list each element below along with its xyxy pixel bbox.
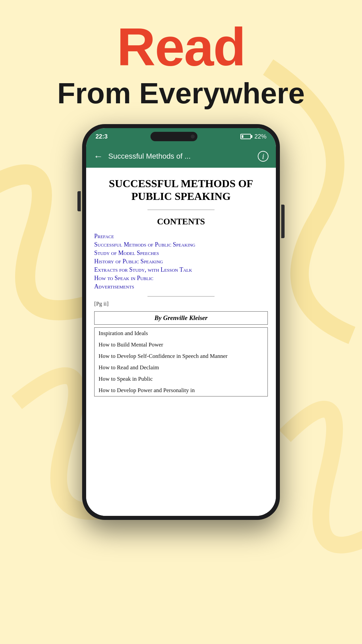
book-item: How to Read and Declaim <box>95 362 268 373</box>
book-item: How to Speak in Public <box>95 373 268 385</box>
status-notch <box>150 132 197 141</box>
toc-ads-link[interactable]: Advertisements <box>94 283 134 290</box>
header-title: Successful Methods of ... <box>108 152 252 161</box>
table-row: How to Read and Declaim <box>95 362 268 373</box>
page-reference: [Pg ii] <box>94 301 268 307</box>
toc-speak-link[interactable]: How to Speak in Public <box>94 275 153 281</box>
list-item: History of Public Speaking <box>94 258 268 265</box>
back-button[interactable]: ← <box>94 151 103 162</box>
book-item: Inspiration and Ideals <box>95 327 268 339</box>
list-item: Advertisements <box>94 283 268 290</box>
author-label: By Grenville Kleiser <box>95 311 268 324</box>
phone-body: 22:3 22% ← Successful Methods of ... <box>82 124 280 520</box>
book-item: How to Develop Power and Personality in <box>95 385 268 396</box>
book-item: How to Develop Self-Confidence in Speech… <box>95 351 268 362</box>
books-table: Inspiration and Ideals How to Build Ment… <box>94 327 268 396</box>
list-item: Successful Methods of Public Speaking <box>94 241 268 248</box>
title-divider <box>147 210 215 210</box>
toc-divider <box>147 296 215 297</box>
status-right: 22% <box>240 133 266 140</box>
table-row: Inspiration and Ideals <box>95 327 268 339</box>
phone-mockup: 22:3 22% ← Successful Methods of ... <box>82 124 280 520</box>
toc-preface-link[interactable]: Preface <box>94 233 114 239</box>
battery-fill <box>242 135 243 138</box>
list-item: How to Speak in Public <box>94 275 268 282</box>
status-time: 22:3 <box>96 133 108 140</box>
hero-section: Read From Everywhere <box>0 0 362 110</box>
toc-extracts-link[interactable]: Extracts for Study, with Lesson Talk <box>94 266 192 273</box>
hero-read-text: Read <box>0 20 362 74</box>
list-item: Preface <box>94 233 268 240</box>
table-row: How to Build Mental Power <box>95 339 268 351</box>
toc-history-link[interactable]: History of Public Speaking <box>94 258 163 265</box>
toc-study-link[interactable]: Study of Model Speeches <box>94 250 159 256</box>
author-table: By Grenville Kleiser <box>94 311 268 325</box>
table-row: How to Speak in Public <box>95 373 268 385</box>
front-camera <box>191 135 195 139</box>
contents-heading: CONTENTS <box>94 217 268 227</box>
battery-body <box>240 134 251 139</box>
battery-percent: 22% <box>254 133 266 140</box>
book-item: How to Build Mental Power <box>95 339 268 351</box>
list-item: Study of Model Speeches <box>94 250 268 257</box>
table-row: How to Develop Power and Personality in <box>95 385 268 396</box>
hero-subtitle-text: From Everywhere <box>0 77 362 110</box>
phone-screen: 22:3 22% ← Successful Methods of ... <box>86 128 276 516</box>
toc-methods-link[interactable]: Successful Methods of Public Speaking <box>94 241 195 248</box>
book-title: SUCCESSFUL METHODS OF PUBLIC SPEAKING <box>94 177 268 203</box>
info-button[interactable]: i <box>258 151 268 162</box>
status-bar: 22:3 22% <box>86 128 276 145</box>
table-row: How to Develop Self-Confidence in Speech… <box>95 351 268 362</box>
list-item: Extracts for Study, with Lesson Talk <box>94 266 268 273</box>
battery-icon <box>240 134 251 139</box>
app-header: ← Successful Methods of ... i <box>86 145 276 168</box>
toc-list: Preface Successful Methods of Public Spe… <box>94 233 268 290</box>
book-content: SUCCESSFUL METHODS OF PUBLIC SPEAKING CO… <box>86 168 276 516</box>
